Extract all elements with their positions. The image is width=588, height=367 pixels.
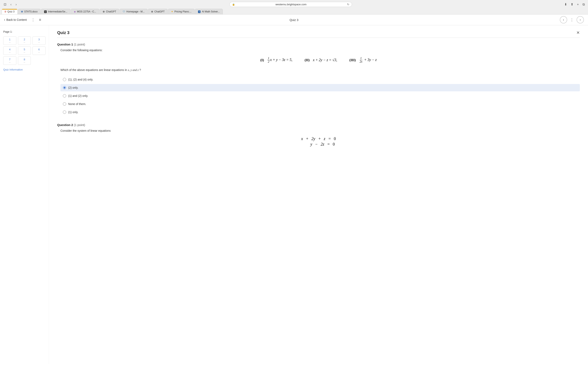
option-1-2[interactable]: (2) only. xyxy=(61,84,580,91)
tab-label-intermediate: Intermediate/Se... xyxy=(48,10,67,13)
tab-label-aimath: AI Math Solver... xyxy=(202,10,220,13)
question-btn-3[interactable]: 3 -- xyxy=(33,36,45,45)
question-btn-6[interactable]: 6 -- xyxy=(33,47,45,55)
quiz-information-link[interactable]: Quiz Information xyxy=(3,68,45,71)
tab-label-homepage: Homepage - M... xyxy=(126,10,145,13)
tab-favicon-pricing: ✦ xyxy=(171,10,173,13)
download-btn[interactable]: ⬇ xyxy=(563,2,568,7)
url-display: westernu.brightspace.com xyxy=(236,3,346,6)
windows-btn[interactable]: ⧉ xyxy=(582,2,586,7)
option-1-4[interactable]: None of them. xyxy=(61,100,580,108)
quiz-sidebar: Page 1: 1 -- 2 -- 3 -- 4 -- 5 -- xyxy=(0,25,49,364)
question-btn-7[interactable]: 7 -- xyxy=(3,57,16,65)
question-2-block: Question 2 (1 point) Consider the system… xyxy=(57,123,580,147)
share-btn[interactable]: ⬆ xyxy=(570,2,574,7)
back-nav-btn[interactable]: ‹ xyxy=(9,2,13,7)
header-dots-btn[interactable]: ⋮ xyxy=(569,17,575,23)
option-1-5[interactable]: (1) only. xyxy=(61,108,580,116)
tab-quiz3[interactable]: D Quiz 3 xyxy=(2,9,17,14)
back-to-content-btn[interactable]: ‹ Back to Content xyxy=(4,18,27,22)
q-status-3: -- xyxy=(34,41,44,43)
hamburger-menu-btn[interactable]: ≡ xyxy=(38,17,43,23)
app-header: ‹ Back to Content ⋮ ≡ Quiz 3 ‹ ⋮ › xyxy=(0,15,588,25)
option-1-1[interactable]: (1), (2) and (4) only. xyxy=(61,76,580,83)
prev-nav-btn[interactable]: ‹ xyxy=(560,16,567,24)
question-btn-2[interactable]: 2 -- xyxy=(18,36,31,45)
q-status-2: -- xyxy=(19,41,30,43)
question-btn-8[interactable]: 8 -- xyxy=(18,57,31,65)
radio-1-3[interactable] xyxy=(63,94,66,98)
radio-1-2[interactable] xyxy=(63,86,66,89)
tab-intermediate[interactable]: U Intermediate/Se... xyxy=(41,9,70,14)
q-num-4: 4 xyxy=(4,48,15,51)
question-btn-5[interactable]: 5 -- xyxy=(18,47,31,55)
radio-1-4[interactable] xyxy=(63,102,66,106)
close-quiz-btn[interactable]: ✕ xyxy=(576,30,580,35)
tab-favicon-chatgpt1: ⊛ xyxy=(103,10,105,13)
question-1-block: Question 1 (1 point) Consider the follow… xyxy=(57,43,580,116)
tab-favicon-homepage: 🛡 xyxy=(123,10,125,13)
equations-display: (I) 1 2 x + y − 3z = 5, (II) x + 2y − z … xyxy=(57,57,580,63)
option-label-1-2: (2) only. xyxy=(68,86,78,89)
q-num-7: 7 xyxy=(4,58,15,61)
header-navigation: ‹ ⋮ › xyxy=(560,16,584,24)
next-nav-btn[interactable]: › xyxy=(577,16,584,24)
browser-controls: ⊡ ‹ › xyxy=(2,2,18,7)
question-1-points: (1 point) xyxy=(74,43,85,46)
system-equations: x + 2y + z = 0 y − 2z = 0 xyxy=(57,136,580,147)
quiz-body: Quiz 3 ✕ Question 1 (1 point) Consider t… xyxy=(49,25,588,162)
tab-mos2275a[interactable]: ◈ MOS 2275A - C... xyxy=(71,9,99,14)
tab-stats[interactable]: W STATS.docx xyxy=(18,9,41,14)
back-arrow-icon: ‹ xyxy=(4,18,5,22)
equation-I: (I) 1 2 x + y − 3z = 5, xyxy=(260,57,292,63)
question-1-number: Question 1 xyxy=(57,43,73,46)
q-status-4: -- xyxy=(4,51,15,53)
page-label: Page 1: xyxy=(3,30,45,33)
q-status-5: -- xyxy=(19,51,30,53)
q-status-7: -- xyxy=(4,61,15,63)
tab-label-pricing: Pricing Plans:... xyxy=(174,10,191,13)
new-tab-btn[interactable]: + xyxy=(576,2,580,7)
option-label-1-4: None of them. xyxy=(68,102,86,106)
question-1-options: (1), (2) and (4) only. (2) only. (1) and… xyxy=(57,76,580,116)
address-bar[interactable]: 🔒 westernu.brightspace.com ↻ xyxy=(229,2,352,7)
radio-1-5[interactable] xyxy=(63,110,66,114)
browser-actions: ⬇ ⬆ + ⧉ xyxy=(563,2,586,7)
option-label-1-5: (1) only. xyxy=(68,110,78,114)
option-label-1-1: (1), (2) and (4) only. xyxy=(68,78,93,81)
tab-chatgpt2[interactable]: ⊛ ChatGPT xyxy=(148,9,168,14)
tab-favicon-quiz3: D xyxy=(5,11,6,13)
tab-favicon-stats: W xyxy=(21,11,23,13)
refresh-icon[interactable]: ↻ xyxy=(347,3,349,6)
option-1-3[interactable]: (1) and (2) only. xyxy=(61,92,580,100)
radio-1-1[interactable] xyxy=(63,78,66,81)
quiz-content-scroll[interactable]: Quiz 3 ✕ Question 1 (1 point) Consider t… xyxy=(49,25,588,364)
variables-text: x, y and z xyxy=(128,68,139,72)
browser-toolbar: ⊡ ‹ › 🔒 westernu.brightspace.com ↻ ⬇ ⬆ +… xyxy=(0,0,588,9)
tab-chatgpt1[interactable]: ⊛ ChatGPT xyxy=(100,9,119,14)
question-1-header: Question 1 (1 point) xyxy=(57,43,580,46)
eq-II-content: x + 2y − z = √3, xyxy=(313,58,337,62)
tab-favicon-chatgpt2: ⊛ xyxy=(151,10,153,13)
eq-label-III: (III) xyxy=(349,58,356,62)
question-2-header: Question 2 (1 point) xyxy=(57,123,580,127)
sidebar-toggle-btn[interactable]: ⊡ xyxy=(2,2,8,7)
tab-pricing[interactable]: ✦ Pricing Plans:... xyxy=(168,9,194,14)
eq-III-content: 1 2x + 3y − z xyxy=(359,57,377,63)
header-title: Quiz 3 xyxy=(290,18,298,22)
question-2-points: (1 point) xyxy=(74,123,85,127)
tab-favicon-aimath: S xyxy=(198,10,201,13)
question-btn-4[interactable]: 4 -- xyxy=(3,47,16,55)
q-status-1: -- xyxy=(4,41,15,43)
tab-label-stats: STATS.docx xyxy=(24,10,38,13)
tab-homepage[interactable]: 🛡 Homepage - M... xyxy=(120,9,148,14)
browser-tabs: D Quiz 3 W STATS.docx U Intermediate/Se.… xyxy=(0,9,588,14)
dots-menu-btn[interactable]: ⋮ xyxy=(30,17,36,23)
quiz-title-bar: Quiz 3 ✕ xyxy=(57,30,580,38)
tab-aimath[interactable]: S AI Math Solver... xyxy=(195,9,223,14)
option-label-1-3: (1) and (2) only. xyxy=(68,94,88,98)
sys-eq-1: x + 2y + z = 0 xyxy=(301,136,336,141)
forward-nav-btn[interactable]: › xyxy=(14,2,18,7)
question-btn-1[interactable]: 1 -- xyxy=(3,36,16,45)
main-content: Page 1: 1 -- 2 -- 3 -- 4 -- 5 -- xyxy=(0,25,588,364)
